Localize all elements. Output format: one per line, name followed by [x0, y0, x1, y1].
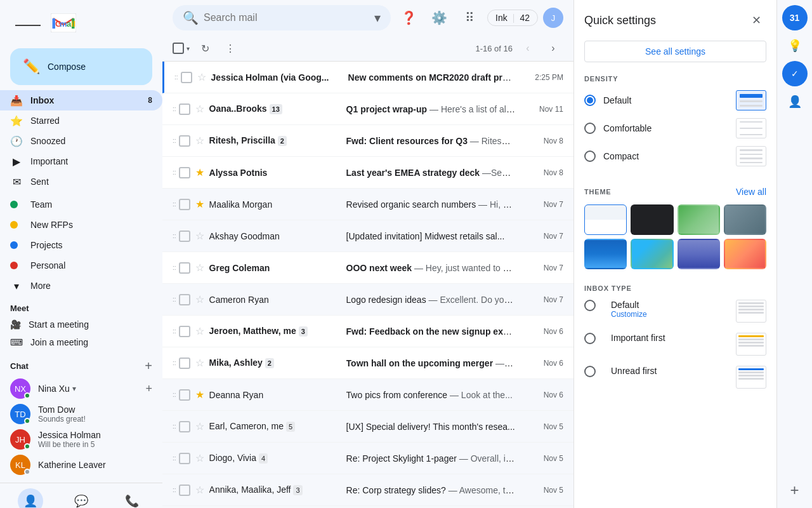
- email-checkbox[interactable]: [179, 231, 190, 242]
- email-row[interactable]: :: ☆ Jeroen, Matthew, me3 Fwd: Feedback …: [162, 316, 573, 347]
- prev-page-arrow[interactable]: ‹: [518, 38, 538, 58]
- email-row[interactable]: :: ☆ Diogo, Vivia4 Re: Project Skylight …: [162, 443, 573, 474]
- chat-user-jessica[interactable]: JH Jessica Holman Will be there in 5: [0, 427, 162, 452]
- star-icon[interactable]: ☆: [197, 71, 206, 83]
- email-checkbox[interactable]: [179, 453, 190, 464]
- email-row[interactable]: :: ☆ Earl, Cameron, me5 [UX] Special del…: [162, 411, 573, 443]
- email-row[interactable]: :: ☆ Akshay Goodman [Updated invitation]…: [162, 220, 573, 252]
- apps-icon[interactable]: ⠿: [457, 5, 482, 30]
- theme-stone[interactable]: [724, 204, 766, 235]
- meet-start[interactable]: 🎥 Start a meeting: [0, 316, 162, 333]
- theme-lake[interactable]: [678, 239, 720, 269]
- email-row[interactable]: :: ☆ Cameron Ryan Logo redesign ideas — …: [162, 284, 573, 316]
- email-checkbox[interactable]: [179, 326, 190, 337]
- compose-button[interactable]: ✏️ Compose: [10, 48, 152, 85]
- email-checkbox[interactable]: [179, 135, 190, 147]
- theme-mountain[interactable]: [631, 239, 673, 269]
- theme-dark[interactable]: [631, 204, 673, 235]
- email-checkbox[interactable]: [179, 262, 190, 274]
- theme-nature[interactable]: [678, 204, 720, 235]
- search-box[interactable]: 🔍 ▾: [173, 5, 391, 30]
- inbox-default-radio[interactable]: [584, 300, 596, 311]
- email-checkbox[interactable]: [179, 389, 190, 401]
- email-checkbox[interactable]: [179, 294, 190, 305]
- density-default-option[interactable]: Default: [584, 90, 766, 110]
- email-checkbox[interactable]: [179, 485, 190, 496]
- theme-ocean[interactable]: [584, 239, 627, 269]
- density-compact-option[interactable]: Compact: [584, 146, 766, 166]
- inbox-unread-radio[interactable]: [584, 366, 596, 377]
- star-icon[interactable]: ☆: [195, 293, 204, 305]
- star-icon[interactable]: ☆: [195, 484, 204, 496]
- select-all-checkbox[interactable]: [173, 43, 184, 54]
- inbox-unread-option[interactable]: Unread first: [584, 366, 766, 389]
- nav-more[interactable]: ▾ More: [0, 276, 162, 296]
- star-icon[interactable]: ☆: [195, 420, 204, 432]
- calendar-icon[interactable]: 31: [782, 5, 808, 30]
- email-row[interactable]: :: ☆ Ritesh, Priscilla2 Fwd: Client reso…: [162, 125, 573, 157]
- refresh-icon[interactable]: ↻: [195, 38, 215, 58]
- label-new-rfps[interactable]: New RFPs: [0, 215, 162, 235]
- inbox-important-option[interactable]: Important first: [584, 333, 766, 356]
- search-input[interactable]: [204, 12, 369, 23]
- email-row[interactable]: :: ☆ Oana..Brooks13 Q1 project wrap-up —…: [162, 93, 573, 125]
- email-row[interactable]: :: ☆ Jessica Holman (via Goog... New com…: [162, 62, 573, 93]
- nav-inbox[interactable]: 📥 Inbox 8: [0, 90, 162, 110]
- email-checkbox[interactable]: [179, 421, 190, 432]
- chat-user-katherine[interactable]: KL Katherine Leaver: [0, 452, 162, 478]
- more-options-icon[interactable]: ⋮: [220, 38, 240, 58]
- email-row[interactable]: :: ☆ Annika, Maalika, Jeff3 Re: Corp str…: [162, 474, 573, 506]
- star-icon[interactable]: ★: [195, 389, 204, 401]
- qs-close-button[interactable]: ✕: [746, 10, 766, 30]
- email-row[interactable]: :: ★ Maalika Morgan Revised organic sear…: [162, 189, 573, 220]
- chat-add-icon[interactable]: +: [145, 359, 152, 373]
- email-checkbox[interactable]: [179, 167, 190, 178]
- profile-avatar[interactable]: J: [543, 8, 563, 28]
- email-row[interactable]: :: ☆ Mika, Ashley2 Town hall on the upco…: [162, 347, 573, 379]
- star-icon[interactable]: ★: [195, 166, 204, 178]
- chat-user-tom[interactable]: TD Tom Dow Sounds great!: [0, 401, 162, 427]
- nina-dropdown[interactable]: ▾: [72, 384, 76, 393]
- theme-desert[interactable]: [724, 239, 766, 269]
- meet-join[interactable]: ⌨ Join a meeting: [0, 333, 162, 351]
- star-icon[interactable]: ☆: [195, 357, 204, 369]
- email-checkbox[interactable]: [179, 199, 190, 210]
- next-page-arrow[interactable]: ›: [543, 38, 563, 58]
- email-row[interactable]: :: ☆ Greg Coleman OOO next week — Hey, j…: [162, 252, 573, 284]
- density-compact-radio[interactable]: [584, 150, 596, 162]
- add-apps-icon[interactable]: +: [782, 478, 808, 503]
- star-icon[interactable]: ☆: [195, 135, 204, 147]
- email-checkbox[interactable]: [179, 358, 190, 369]
- inbox-important-radio[interactable]: [584, 333, 596, 344]
- contacts-bottom-icon[interactable]: 👤: [18, 488, 43, 508]
- nav-snoozed[interactable]: 🕐 Snoozed: [0, 131, 162, 151]
- nina-add-person-icon[interactable]: +: [145, 382, 152, 396]
- label-team[interactable]: Team: [0, 194, 162, 215]
- email-row[interactable]: :: ★ Alyssa Potnis Last year's EMEA stra…: [162, 157, 573, 189]
- tasks-icon[interactable]: ✓: [782, 61, 808, 86]
- theme-white[interactable]: [584, 204, 627, 235]
- settings-icon[interactable]: ⚙️: [426, 5, 452, 30]
- nav-sent[interactable]: ✉ Sent: [0, 171, 162, 192]
- density-default-radio[interactable]: [584, 95, 596, 106]
- chat-user-nina[interactable]: NX Nina Xu ▾ +: [0, 376, 162, 401]
- help-icon[interactable]: ❓: [396, 5, 421, 30]
- email-checkbox[interactable]: [181, 72, 192, 83]
- hamburger-menu[interactable]: [15, 13, 41, 38]
- nav-starred[interactable]: ⭐ Starred: [0, 110, 162, 131]
- star-icon[interactable]: ☆: [195, 230, 204, 242]
- search-dropdown-icon[interactable]: ▾: [374, 10, 381, 25]
- select-all-area[interactable]: ▾: [173, 43, 190, 54]
- keep-icon[interactable]: 💡: [782, 33, 808, 58]
- chat-bottom-icon[interactable]: 💬: [69, 488, 94, 508]
- ink-badge[interactable]: Ink | 42: [487, 10, 538, 26]
- star-icon[interactable]: ☆: [195, 452, 204, 464]
- phone-bottom-icon[interactable]: 📞: [119, 488, 145, 508]
- email-row[interactable]: :: ★ Deanna Ryan Two pics from conferenc…: [162, 379, 573, 411]
- view-all-themes-link[interactable]: View all: [736, 187, 766, 197]
- select-dropdown-icon[interactable]: ▾: [187, 45, 190, 52]
- contacts-icon[interactable]: 👤: [782, 89, 808, 114]
- see-all-settings-button[interactable]: See all settings: [584, 41, 766, 62]
- label-projects[interactable]: Projects: [0, 235, 162, 255]
- star-icon[interactable]: ☆: [195, 325, 204, 337]
